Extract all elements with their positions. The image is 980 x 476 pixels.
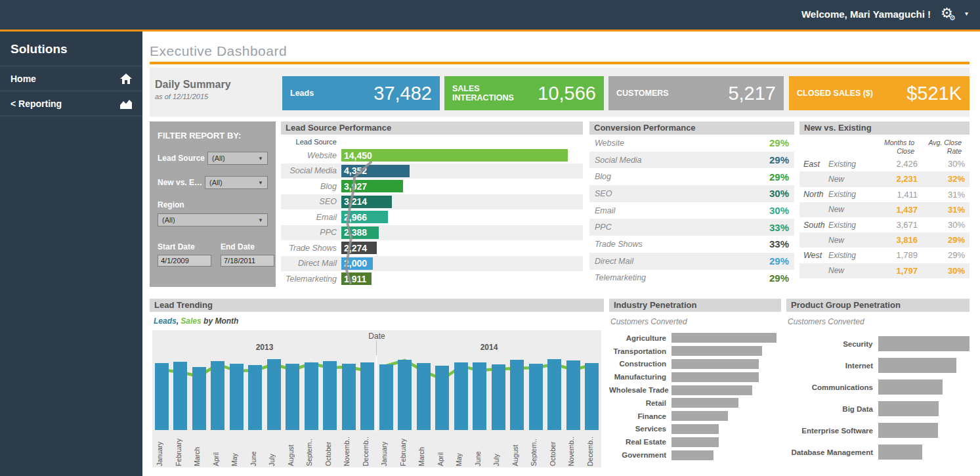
penetration-bar[interactable] <box>671 385 752 395</box>
leads-bar[interactable] <box>305 362 318 430</box>
lead-source-filter-dropdown[interactable]: (All) ▼ <box>207 152 268 165</box>
leads-bar[interactable] <box>473 362 486 430</box>
leads-bar[interactable] <box>248 365 262 430</box>
leads-bar[interactable] <box>454 362 468 430</box>
leads-bar[interactable] <box>155 363 169 430</box>
penetration-bar[interactable] <box>671 372 759 382</box>
leads-bar[interactable] <box>510 360 524 430</box>
leads-bar[interactable] <box>230 364 244 430</box>
penetration-bar[interactable] <box>671 359 759 369</box>
kpi-tile-1[interactable]: Leads37,482 <box>282 76 440 110</box>
region-filter-dropdown[interactable]: (All) ▼ <box>158 213 268 227</box>
lead-source-bar-value: 2,388 <box>341 227 367 238</box>
leads-bar[interactable] <box>417 363 431 430</box>
lead-source-bar[interactable]: 1,911 <box>341 272 372 285</box>
conversion-label: PPC <box>595 223 612 232</box>
lead-source-bar[interactable]: 2,000 <box>341 257 373 270</box>
conversion-row[interactable]: SEO30% <box>589 185 794 202</box>
new-vs-existing-row[interactable]: New1,79730% <box>799 263 969 278</box>
conversion-row[interactable]: Blog29% <box>589 168 794 185</box>
lead-source-bar[interactable]: 2,966 <box>341 211 388 223</box>
kpi-tile-2[interactable]: SALES INTERACTIONS10,566 <box>444 76 604 110</box>
penetration-bar[interactable] <box>671 437 719 447</box>
settings-gear-icon[interactable]: ⚙ ⚙ ▾ <box>941 5 968 25</box>
conversion-label: Direct Mail <box>595 257 633 266</box>
kpi-tile-3[interactable]: CUSTOMERS5,217 <box>608 76 784 110</box>
industry-row: Agriculture <box>609 332 781 345</box>
new-vs-existing-row[interactable]: New2,23132% <box>799 171 969 186</box>
leads-bar[interactable] <box>342 364 356 430</box>
penetration-bar[interactable] <box>671 411 728 421</box>
new-vs-existing-row[interactable]: SouthExisting3,67130% <box>799 217 969 232</box>
conversion-row[interactable]: PPC33% <box>589 219 794 236</box>
conversion-row[interactable]: Telemarketing29% <box>589 270 794 287</box>
lead-source-bar[interactable]: 3,927 <box>341 180 403 192</box>
leads-bar[interactable] <box>435 366 449 430</box>
leads-bar[interactable] <box>267 359 281 430</box>
avg-close-rate-header: Avg. Close Rate <box>914 139 962 155</box>
year-divider <box>375 355 377 431</box>
leads-bar[interactable] <box>173 362 187 430</box>
leads-bar[interactable] <box>192 367 206 430</box>
lead-source-bar-value: 3,927 <box>341 181 367 192</box>
x-axis-month-label: Novemb.. <box>567 433 579 466</box>
x-axis-month-label: May <box>230 433 242 466</box>
leads-bar[interactable] <box>379 364 393 430</box>
penetration-bar[interactable] <box>878 423 938 438</box>
lead-source-bar[interactable]: 3,214 <box>341 196 392 208</box>
leads-bar[interactable] <box>547 359 561 430</box>
x-axis-month-label: Septem.. <box>305 433 317 466</box>
penetration-bar[interactable] <box>671 450 714 460</box>
penetration-bar[interactable] <box>671 398 738 408</box>
conversion-row[interactable]: Trade Shows33% <box>589 236 794 253</box>
lead-source-bar[interactable]: 2,274 <box>341 242 377 254</box>
end-date-input[interactable] <box>221 255 274 267</box>
conversion-row[interactable]: Email30% <box>589 202 794 219</box>
product-group-penetration-panel: Product Group Penetration Customers Conv… <box>786 299 969 467</box>
segment-label: New <box>828 175 870 184</box>
new-vs-existing-row[interactable]: NorthExisting1,41131% <box>799 187 969 202</box>
leads-bar[interactable] <box>566 360 580 430</box>
conversion-row[interactable]: Direct Mail29% <box>589 253 794 270</box>
penetration-bar[interactable] <box>878 444 922 460</box>
leads-bar[interactable] <box>398 360 412 430</box>
new-vs-existing-row[interactable]: New1,43731% <box>799 202 969 217</box>
category-label: Enterprise Software <box>786 427 878 435</box>
conversion-row[interactable]: Social Media29% <box>589 152 794 169</box>
new-vs-existing-filter-dropdown[interactable]: (All) ▼ <box>205 176 268 189</box>
new-vs-existing-row[interactable]: EastExisting2,42630% <box>799 156 969 171</box>
lead-source-bar[interactable]: 2,388 <box>341 227 379 239</box>
penetration-bar[interactable] <box>878 379 943 395</box>
sidebar-item-home[interactable]: Home <box>0 66 142 91</box>
new-vs-existing-row[interactable]: New3,81629% <box>799 232 969 248</box>
segment-label: Existing <box>828 251 870 260</box>
penetration-bar[interactable] <box>878 358 956 373</box>
start-date-label: Start Date <box>158 242 211 251</box>
lead-source-bar[interactable]: 4,352 <box>341 165 410 177</box>
leads-bar[interactable] <box>323 361 337 430</box>
leads-bar[interactable] <box>585 363 599 430</box>
start-date-input[interactable] <box>158 255 211 267</box>
penetration-bar[interactable] <box>671 424 719 434</box>
chevron-down-icon: ▾ <box>965 10 968 17</box>
penetration-bar[interactable] <box>878 401 939 416</box>
leads-bar[interactable] <box>286 364 299 430</box>
leads-bar[interactable] <box>211 361 224 430</box>
date-axis-label: Date <box>152 332 601 341</box>
penetration-bar[interactable] <box>671 346 762 356</box>
penetration-bar[interactable] <box>878 336 969 351</box>
leads-bar[interactable] <box>360 362 374 430</box>
new-vs-existing-header: New vs. Existing <box>799 121 969 135</box>
new-vs-existing-row[interactable]: WestExisting1,78929% <box>799 248 969 263</box>
kpi-tile-4[interactable]: CLOSED SALES ($)$521K <box>789 76 969 110</box>
sidebar-item-reporting[interactable]: < Reporting <box>0 91 142 116</box>
industry-penetration-panel: Industry Penetration Customers Converted… <box>609 299 781 467</box>
leads-bar[interactable] <box>529 364 543 430</box>
lead-source-bar[interactable]: 14,450 <box>341 149 568 162</box>
product-row: Enterprise Software <box>786 420 969 441</box>
leads-bar[interactable] <box>492 364 505 430</box>
penetration-bar[interactable] <box>671 333 777 343</box>
lead-source-bar-value: 2,966 <box>341 212 367 223</box>
conversion-value: 29% <box>769 171 789 183</box>
conversion-row[interactable]: Website29% <box>589 135 794 152</box>
